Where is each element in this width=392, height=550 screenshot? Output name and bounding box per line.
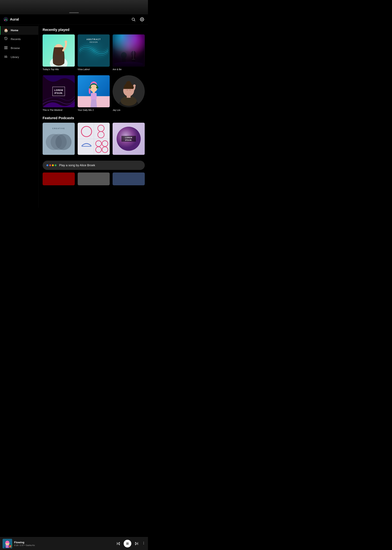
svg-rect-6 [5,46,6,47]
svg-rect-7 [6,46,7,47]
top-background [0,0,148,14]
svg-rect-41 [91,93,97,99]
jay-los-art [112,75,145,107]
svg-rect-71 [94,123,94,155]
sidebar-label-recents: Recents [11,38,21,41]
home-icon: 🏠 [4,28,8,33]
main-content: Recently played [38,24,148,208]
daily-mix-2-art: H [78,75,110,107]
voice-dot-blue [46,164,48,166]
partial-card-2[interactable] [78,172,110,185]
voice-search-bar[interactable]: Play a song by Alice Broek [42,161,145,170]
app-logo-icon [3,17,8,22]
svg-text:DESIGN: DESIGN [90,41,98,43]
podcast1-art: CREATIVE [42,123,75,155]
search-icon [131,17,135,21]
svg-point-59 [56,134,71,150]
svg-line-4 [134,20,135,21]
card-weeknd[interactable]: LOREM IPSUM. This is The Weeknd [42,75,75,112]
card-daily-mix-2[interactable]: H Your Daily Mix 2 [78,75,110,112]
card-label-jay-los: Jay Los [112,109,120,111]
card-thumb-todays-top-hits [42,35,75,67]
svg-point-45 [96,86,98,89]
layout: 🏠 Home Recents [0,24,148,208]
partial-card-1[interactable] [42,172,75,185]
featured-podcasts-title: Featured Podcasts [42,116,145,120]
card-thumb-viva-latino: ABSTRACT DESIGN [78,35,110,67]
todays-top-hits-art [42,35,75,67]
svg-point-5 [141,19,143,20]
card-viva-latino[interactable]: ABSTRACT DESIGN !Viva Latino! [78,35,110,71]
card-jay-los[interactable]: Jay Los [112,75,145,112]
recents-icon [4,37,8,42]
svg-point-2 [6,20,7,21]
recently-played-title: Recently played [42,28,145,32]
library-icon [4,55,8,59]
svg-point-43 [90,84,97,92]
settings-button[interactable] [139,17,145,22]
app-title: Aural [10,17,19,21]
svg-point-55 [130,90,131,91]
browse-icon [4,46,8,50]
svg-rect-9 [6,48,7,49]
svg-point-0 [3,17,8,22]
card-label-weeknd: This is The Weeknd [42,109,62,111]
card-label-are-be: Are & Be [112,68,122,71]
card-thumb-podcast3: LOREM IPSUM. [112,123,145,155]
podcast3-art: LOREM IPSUM. [112,123,145,155]
card-thumb-jay-los [112,75,145,107]
card-podcast3[interactable]: LOREM IPSUM. [112,123,145,156]
svg-rect-65 [82,146,91,147]
sidebar-label-browse: Browse [11,47,20,50]
gear-icon [140,17,144,21]
svg-text:IPSUM.: IPSUM. [125,139,132,141]
recently-played-row1: Today's Top Hits [42,35,145,71]
svg-point-18 [64,41,67,43]
drag-handle[interactable] [69,12,79,13]
card-podcast1[interactable]: CREATIVE [42,123,75,156]
voice-dot-red [49,164,51,166]
voice-dot-green [55,164,56,166]
search-button[interactable] [131,17,136,22]
svg-rect-8 [5,48,6,49]
sidebar-item-home[interactable]: 🏠 Home [0,26,38,35]
viva-latino-art: ABSTRACT DESIGN [78,35,110,67]
sidebar-item-recents[interactable]: Recents [0,35,38,44]
svg-text:CREATIVE: CREATIVE [52,127,65,129]
podcast2-art [78,123,110,155]
sidebar-item-library[interactable]: Library [0,53,38,62]
card-label-todays-top-hits: Today's Top Hits [42,68,59,71]
sidebar: 🏠 Home Recents [0,24,38,208]
svg-text:IPSUM.: IPSUM. [54,92,63,94]
app-container: Aural 🏠 Home [0,14,148,208]
voice-search-text: Play a song by Alice Broek [59,163,95,167]
header-actions [131,17,145,22]
svg-point-53 [133,85,136,87]
card-label-daily-mix-2: Your Daily Mix 2 [78,109,94,111]
sidebar-item-browse[interactable]: Browse [0,44,38,53]
svg-point-54 [127,90,128,91]
svg-text:LOREM: LOREM [54,89,63,92]
header: Aural [0,14,148,24]
svg-text:H: H [90,87,91,88]
podcasts-row: CREATIVE [42,123,145,156]
svg-text:ABSTRACT: ABSTRACT [86,38,101,41]
card-thumb-weeknd: LOREM IPSUM. [42,75,75,107]
card-thumb-daily-mix-2: H [78,75,110,107]
sidebar-label-home: Home [11,29,18,32]
weeknd-art: LOREM IPSUM. [42,75,75,107]
card-todays-top-hits[interactable]: Today's Top Hits [42,35,75,71]
sidebar-label-library: Library [11,56,19,59]
partial-card-3[interactable] [112,172,145,185]
voice-dot-yellow [52,164,54,166]
card-thumb-podcast2 [78,123,110,155]
card-label-viva-latino: !Viva Latino! [78,68,90,71]
card-podcast2[interactable] [78,123,110,156]
svg-text:LOREM: LOREM [125,137,132,139]
svg-point-1 [4,20,5,21]
header-logo: Aural [3,17,131,22]
card-thumb-podcast1: CREATIVE [42,123,75,155]
voice-dots [46,164,56,166]
card-are-be[interactable]: Are & Be [112,35,145,71]
svg-point-52 [126,81,131,86]
